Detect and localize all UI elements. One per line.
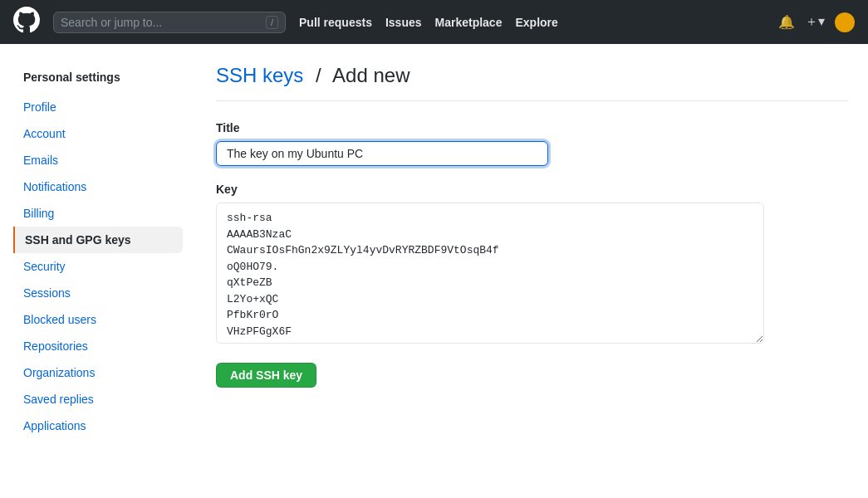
sidebar-item-blocked-users[interactable]: Blocked users	[13, 306, 183, 333]
add-ssh-key-button[interactable]: Add SSH key	[216, 363, 316, 388]
sidebar-item-account[interactable]: Account	[13, 120, 183, 147]
marketplace-link[interactable]: Marketplace	[435, 16, 503, 29]
sidebar-item-sessions[interactable]: Sessions	[13, 280, 183, 306]
breadcrumb-ssh-keys-link[interactable]: SSH keys	[216, 64, 303, 86]
page-container: Personal settings Profile Account Emails…	[0, 44, 868, 439]
sidebar-item-organizations[interactable]: Organizations	[13, 359, 183, 386]
title-input[interactable]	[216, 141, 548, 166]
key-label: Key	[216, 183, 848, 196]
pull-requests-link[interactable]: Pull requests	[299, 16, 372, 29]
topnav-links: Pull requests Issues Marketplace Explore	[299, 16, 558, 29]
sidebar-item-ssh-gpg[interactable]: SSH and GPG keys	[13, 227, 183, 253]
sidebar: Personal settings Profile Account Emails…	[0, 64, 183, 439]
explore-link[interactable]: Explore	[515, 16, 557, 29]
sidebar-item-notifications[interactable]: Notifications	[13, 173, 183, 200]
sidebar-item-applications[interactable]: Applications	[13, 413, 183, 439]
title-field-group: Title	[216, 121, 848, 166]
page-header: SSH keys / Add new	[216, 64, 848, 101]
title-label: Title	[216, 121, 848, 134]
sidebar-item-security[interactable]: Security	[13, 253, 183, 280]
page-title: SSH keys / Add new	[216, 64, 409, 87]
breadcrumb-separator: /	[316, 64, 321, 86]
breadcrumb-current: Add new	[332, 64, 409, 86]
add-ssh-key-form: Title Key ssh-rsa AAAAB3NzaC CWaursIOsFh…	[216, 121, 848, 388]
plus-icon[interactable]: ＋▾	[805, 13, 825, 31]
sidebar-item-saved-replies[interactable]: Saved replies	[13, 386, 183, 413]
github-logo-icon[interactable]	[13, 7, 40, 38]
notifications-icon[interactable]: 🔔	[778, 14, 795, 30]
avatar[interactable]	[835, 12, 855, 32]
key-textarea[interactable]: ssh-rsa AAAAB3NzaC CWaursIOsFhGn2x9ZLYyl…	[216, 203, 764, 344]
sidebar-item-profile[interactable]: Profile	[13, 94, 183, 120]
search-slash-icon: /	[266, 16, 278, 29]
search-box[interactable]: /	[53, 12, 286, 33]
sidebar-item-repositories[interactable]: Repositories	[13, 333, 183, 359]
sidebar-item-emails[interactable]: Emails	[13, 147, 183, 173]
main-content: SSH keys / Add new Title Key ssh-rsa AAA…	[183, 64, 868, 439]
issues-link[interactable]: Issues	[385, 16, 422, 29]
topnav-right: 🔔 ＋▾	[778, 12, 855, 32]
sidebar-item-billing[interactable]: Billing	[13, 200, 183, 227]
key-field-group: Key ssh-rsa AAAAB3NzaC CWaursIOsFhGn2x9Z…	[216, 183, 848, 346]
sidebar-title: Personal settings	[13, 64, 183, 90]
topnav: / Pull requests Issues Marketplace Explo…	[0, 0, 868, 44]
search-input[interactable]	[61, 16, 261, 29]
